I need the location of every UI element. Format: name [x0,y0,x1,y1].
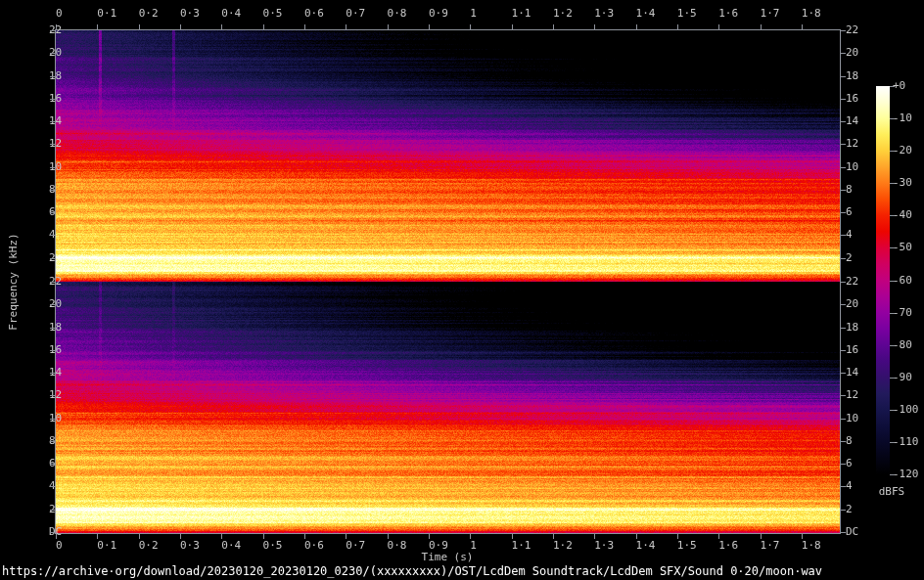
colorbar-unit-label: dBFS [879,486,905,498]
l: -90 [893,372,912,383]
l: -120 [893,468,919,480]
axis-tick [890,247,895,248]
axis-tick [890,183,895,184]
axis-tick [890,281,895,282]
axis-tick [890,345,895,346]
spectrogram-viewer: 00·10·20·30·40·50·60·70·80·911·11·21·31·… [0,0,924,580]
l: -80 [893,339,912,351]
time-axis-title: Time (s) [422,552,474,563]
l: -50 [893,242,912,253]
axis-tick [890,474,895,475]
axis-tick [890,86,895,87]
axis-tick [890,442,895,443]
l: -110 [893,436,919,448]
axis-tick [890,118,895,119]
axis-tick [890,378,895,379]
l: -40 [893,209,912,221]
colorbar-axis: +0-10-20-30-40-50-60-70-80-90-100-110-12… [0,0,924,580]
status-url: https://archive·org/download/20230120_20… [2,565,822,578]
axis-tick [890,151,895,152]
axis-tick [890,215,895,216]
axis-tick [890,410,895,411]
l: -20 [893,145,912,156]
l: -10 [893,112,912,124]
l: -100 [893,404,919,416]
freq-axis-title: Frequency (kHz) [8,233,20,330]
l: -70 [893,307,912,319]
axis-tick [890,313,895,314]
colorbar-gradient [876,86,890,474]
l: -60 [893,275,912,287]
l: -30 [893,177,912,189]
